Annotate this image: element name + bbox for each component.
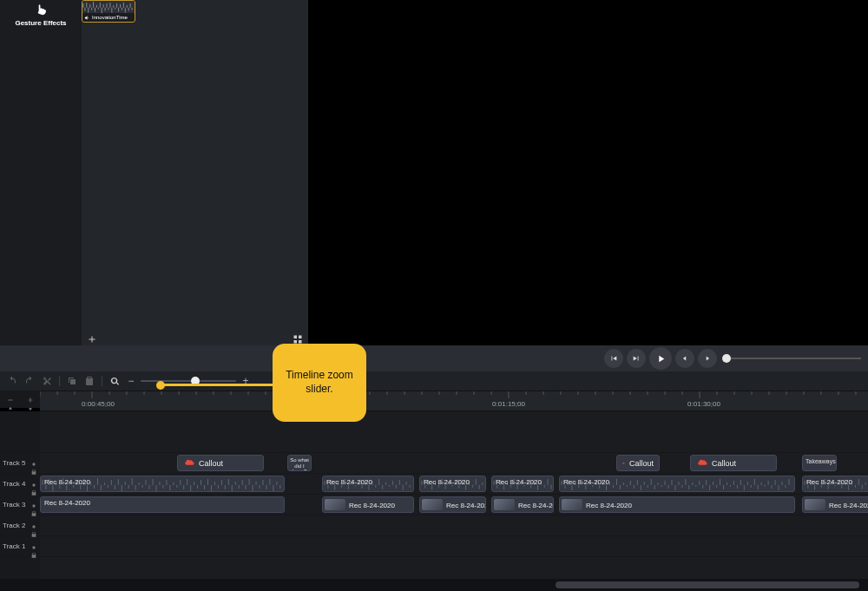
zoom-search-icon[interactable] <box>109 376 120 386</box>
clip-video[interactable]: Rec 8-24-2020 <box>322 496 414 513</box>
track-down-button[interactable] <box>27 400 34 407</box>
sidebar-item-label: Gesture Effects <box>15 19 66 27</box>
media-clip[interactable]: InnovationTime <box>82 0 135 23</box>
track-toggle-icon[interactable] <box>30 497 37 504</box>
library-sidebar: Gesture Effects <box>0 0 82 345</box>
clip-label: Rec 8-24-2020 <box>424 478 470 486</box>
track-toggle-icon[interactable] <box>30 539 37 546</box>
svg-rect-32 <box>299 336 302 339</box>
track-lock-icon[interactable] <box>30 505 37 512</box>
track-header[interactable]: Track 2 <box>0 515 40 536</box>
clip-video[interactable]: Rec 8-24-2020 <box>491 496 554 513</box>
track-toggle-icon[interactable] <box>30 476 37 483</box>
track-row <box>40 536 868 557</box>
clip-label: Callout <box>712 459 736 468</box>
clip-audio[interactable]: Rec 8-24-2020 <box>419 476 486 492</box>
clip-callout[interactable]: Callout <box>616 455 660 471</box>
clip-audio[interactable]: Rec 8-24-2020 <box>802 476 868 492</box>
playback-bar <box>0 345 868 371</box>
track-name: Track 1 <box>3 542 25 550</box>
preview-scrub-slider[interactable] <box>722 354 868 363</box>
add-media-button[interactable] <box>87 332 97 343</box>
callout-flag-icon <box>622 459 626 468</box>
track-lock-icon[interactable] <box>30 547 37 554</box>
clip-video[interactable]: Rec 8-24-2020 <box>419 496 486 513</box>
timeline-toolbar: − + <box>0 371 868 391</box>
clip-thumbnail <box>325 499 345 510</box>
clip-label: Rec 8-24-2020 <box>326 478 372 486</box>
sidebar-item-gesture-effects[interactable]: Gesture Effects <box>0 0 82 32</box>
step-back-button[interactable] <box>604 349 623 368</box>
track-row <box>40 515 868 536</box>
track-collapse-button[interactable] <box>7 391 14 398</box>
track-toggle-icon[interactable] <box>30 456 37 463</box>
track-row: Callout So what did I learn? Callout Cal… <box>40 453 868 474</box>
callout-cloud-icon <box>696 459 708 468</box>
clip-label: So what did I learn? <box>290 457 309 471</box>
next-button[interactable] <box>698 349 717 368</box>
track-row: Rec 8-24-2020 Rec 8-24-2020 Rec 8-24-202… <box>40 495 868 515</box>
clip-callout[interactable]: Callout <box>177 455 264 471</box>
zoom-out-button[interactable]: − <box>127 376 135 386</box>
clip-label: Rec 8-24-2020 <box>496 478 542 486</box>
ruler-timestamp: 0:01:30;00 <box>687 400 720 408</box>
tooltip-leader-dot <box>156 381 165 390</box>
track-toggle-icon[interactable] <box>30 518 37 525</box>
preview-canvas[interactable] <box>308 0 868 345</box>
help-tooltip: Timeline zoom slider. <box>273 344 366 422</box>
divider <box>102 376 102 386</box>
clip-label: Rec 8-24-2020 <box>518 502 554 509</box>
zoom-track[interactable] <box>141 380 236 382</box>
svg-rect-34 <box>299 340 302 344</box>
track-header[interactable]: Track 3 <box>0 495 40 515</box>
prev-button[interactable] <box>675 349 694 368</box>
clip-annotation[interactable]: Takeaways! <box>802 455 837 471</box>
slider-thumb[interactable] <box>722 354 731 363</box>
copy-button[interactable] <box>67 376 77 386</box>
clip-label: Rec 8-24-2020 <box>44 478 90 486</box>
timeline: Track 5 Track 4 Track 3 Track 2 Track 1 <box>0 411 868 579</box>
track-lock-icon[interactable] <box>30 484 37 491</box>
track-up-button[interactable] <box>7 400 14 407</box>
clip-video[interactable]: Rec 8-24-2020 <box>802 496 868 513</box>
media-clip-label: InnovationTime <box>92 15 128 20</box>
timeline-side-controls <box>0 391 40 408</box>
clip-video[interactable]: Rec 8-24-2020 <box>559 496 795 513</box>
timeline-ruler[interactable]: 0:00:45;00 0:01:15;00 0:01:30;00 <box>40 391 868 411</box>
clip-audio[interactable]: Rec 8-24-2020 <box>40 476 285 492</box>
slider-track <box>731 358 861 359</box>
undo-button[interactable] <box>7 376 17 386</box>
svg-rect-33 <box>294 340 298 344</box>
clip-thumbnail <box>562 499 582 510</box>
clip-audio[interactable]: Rec 8-24-2020 <box>491 476 554 492</box>
ruler-timestamp: 0:00:45;00 <box>82 400 115 408</box>
step-forward-button[interactable] <box>627 349 646 368</box>
cut-button[interactable] <box>42 376 52 386</box>
clip-annotation[interactable]: So what did I learn? <box>287 455 312 471</box>
clip-audio[interactable]: Rec 8-24-2020 <box>559 476 795 492</box>
play-controls <box>604 347 722 370</box>
redo-button[interactable] <box>24 376 35 386</box>
track-lock-icon[interactable] <box>30 463 37 470</box>
play-button[interactable] <box>649 347 672 370</box>
scrollbar-thumb[interactable] <box>556 581 859 588</box>
app-root: Gesture Effects InnovationTime <box>0 0 868 591</box>
track-name: Track 3 <box>3 501 25 509</box>
ruler-timestamp: 0:01:15;00 <box>492 400 525 408</box>
clip-label: Rec 8-24-2020 <box>44 499 90 507</box>
track-headers: Track 5 Track 4 Track 3 Track 2 Track 1 <box>0 411 40 579</box>
track-add-button[interactable] <box>27 391 34 398</box>
clip-video-notitle[interactable]: Rec 8-24-2020 <box>40 496 285 513</box>
clip-label: Rec 8-24-2020 <box>829 502 868 509</box>
track-header[interactable]: Track 1 <box>0 536 40 557</box>
svg-rect-31 <box>294 336 298 339</box>
clip-audio[interactable]: Rec 8-24-2020 <box>322 476 414 492</box>
track-lock-icon[interactable] <box>30 526 37 533</box>
clip-callout[interactable]: Callout <box>690 455 777 471</box>
track-header[interactable]: Track 4 <box>0 474 40 495</box>
paste-button[interactable] <box>84 376 95 386</box>
track-area[interactable]: Callout So what did I learn? Callout Cal… <box>40 411 868 579</box>
view-toggle-button[interactable] <box>293 332 303 343</box>
track-header[interactable]: Track 5 <box>0 453 40 474</box>
timeline-scrollbar[interactable] <box>0 579 868 591</box>
